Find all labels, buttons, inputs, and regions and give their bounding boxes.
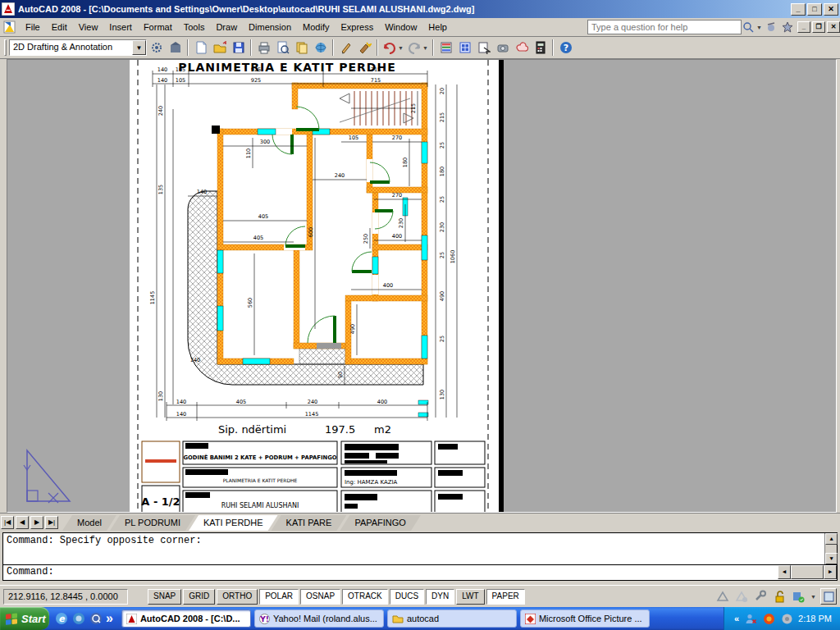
status-menu-caret-icon[interactable]: ▼ <box>810 594 816 600</box>
annotation-visibility-icon[interactable] <box>734 589 749 604</box>
osnap-toggle[interactable]: OSNAP <box>300 589 340 605</box>
mdi-restore-button[interactable]: ❐ <box>812 21 825 33</box>
tab-kati-perdhe[interactable]: KATI PERDHE <box>189 515 278 531</box>
3ddwf-button[interactable] <box>311 39 330 57</box>
toolbar-unlock-icon[interactable] <box>772 589 787 604</box>
scroll-down-icon[interactable]: ▼ <box>825 553 838 564</box>
tab-papafingo[interactable]: PAPAFINGO <box>340 515 421 531</box>
svg-text:110: 110 <box>245 148 252 158</box>
mdi-minimize-button[interactable]: _ <box>797 21 810 33</box>
pencil-button[interactable] <box>336 39 355 57</box>
workspace-value: 2D Drafting & Annotation <box>10 40 132 55</box>
revision-cloud-button[interactable] <box>512 39 531 57</box>
polar-toggle[interactable]: POLAR <box>259 589 299 605</box>
workspace-settings-button[interactable] <box>147 39 166 57</box>
tab-next-icon[interactable]: ▶ <box>30 516 43 529</box>
tool-palettes-button[interactable] <box>455 39 474 57</box>
help-button[interactable]: ? <box>556 39 575 57</box>
autocad-app-icon <box>2 2 15 16</box>
publish-button[interactable] <box>292 39 311 57</box>
messenger-offline-icon[interactable] <box>744 612 757 625</box>
drawing-canvas[interactable]: PLANIMETRIA E KATIT PERDHE <box>7 59 837 513</box>
search-icon[interactable]: ▼ <box>742 18 763 36</box>
ortho-toggle[interactable]: ORTHO <box>217 589 258 605</box>
redo-button[interactable]: ▼ <box>405 39 430 57</box>
menu-dimension[interactable]: Dimension <box>243 20 297 34</box>
tab-model[interactable]: Model <box>62 515 116 531</box>
quick-launch-overflow-icon[interactable]: » <box>106 611 113 626</box>
tab-prev-icon[interactable]: ◀ <box>16 516 29 529</box>
match-properties-button[interactable] <box>355 39 374 57</box>
chevron-down-icon[interactable]: ▼ <box>132 40 146 55</box>
svg-text:925: 925 <box>251 77 261 84</box>
menu-express[interactable]: Express <box>335 20 379 34</box>
taskbar-task-autocad-folder[interactable]: autocad <box>387 609 517 628</box>
porch-hatch <box>299 349 345 364</box>
menu-format[interactable]: Format <box>138 20 178 34</box>
grid-toggle[interactable]: GRID <box>183 589 215 605</box>
wrench-icon[interactable] <box>753 589 768 604</box>
sheet-set-manager-button[interactable] <box>436 39 455 57</box>
scroll-thumb[interactable] <box>791 565 824 579</box>
paper-toggle[interactable]: PAPER <box>486 589 525 605</box>
plot-button[interactable] <box>254 39 273 57</box>
lwt-toggle[interactable]: LWT <box>456 589 484 605</box>
menu-modify[interactable]: Modify <box>297 20 335 34</box>
volume-icon[interactable] <box>780 612 793 625</box>
mdi-close-button[interactable]: ✕ <box>827 21 840 33</box>
window-lock-button[interactable] <box>166 39 185 57</box>
menu-help[interactable]: Help <box>422 20 453 34</box>
tab-first-icon[interactable]: |◀ <box>1 516 14 529</box>
communication-center-icon[interactable] <box>763 18 779 36</box>
scroll-right-icon[interactable]: ▶ <box>824 565 837 579</box>
internet-explorer-icon[interactable]: e <box>54 611 69 626</box>
save-button[interactable] <box>229 39 248 57</box>
qnew-button[interactable] <box>191 39 210 57</box>
menu-file[interactable]: File <box>20 20 46 34</box>
tab-kati-pare[interactable]: KATI PARE <box>272 515 347 531</box>
open-button[interactable] <box>210 39 229 57</box>
menu-tools[interactable]: Tools <box>178 20 211 34</box>
menu-draw[interactable]: Draw <box>210 20 243 34</box>
menu-edit[interactable]: Edit <box>46 20 73 34</box>
command-hscrollbar[interactable]: ◀ ▶ <box>778 565 837 579</box>
dyn-toggle[interactable]: DYN <box>426 589 454 605</box>
quicktime-icon[interactable] <box>89 611 103 626</box>
undo-button[interactable]: ▼ <box>381 39 405 57</box>
minimize-button[interactable]: _ <box>791 3 806 16</box>
menu-view[interactable]: View <box>73 20 104 34</box>
quickcalc-button[interactable] <box>531 39 550 57</box>
maximize-button[interactable]: □ <box>807 3 822 16</box>
clean-screen-button[interactable] <box>820 588 837 605</box>
launch-browser-icon[interactable] <box>71 611 86 626</box>
otrack-toggle[interactable]: OTRACK <box>342 589 388 605</box>
markup-set-button[interactable] <box>493 39 512 57</box>
workspace-combo[interactable]: 2D Drafting & Annotation ▼ <box>9 39 147 56</box>
favorites-star-icon[interactable] <box>779 18 796 36</box>
media-agent-icon[interactable] <box>762 612 775 625</box>
menu-insert[interactable]: Insert <box>103 20 138 34</box>
plot-preview-button[interactable] <box>273 39 292 57</box>
command-vscrollbar[interactable]: ▲ ▼ <box>824 533 837 564</box>
taskbar-task-autocad[interactable]: AutoCAD 2008 - [C:\D... <box>121 609 251 628</box>
command-input[interactable]: Command: ◀ ▶ <box>2 565 838 581</box>
collapse-chevron-icon[interactable]: « <box>734 614 739 623</box>
snap-toggle[interactable]: SNAP <box>148 589 181 605</box>
start-button[interactable]: Start <box>0 607 49 630</box>
taskbar-task-yahoo-mail[interactable]: Y! Yahoo! Mail (roland.alus... <box>254 609 384 628</box>
help-question-input[interactable] <box>587 20 742 34</box>
close-button[interactable]: ✕ <box>824 3 838 16</box>
toolbar-grip[interactable] <box>4 39 7 56</box>
annotation-autoscale-icon[interactable] <box>791 589 806 604</box>
properties-button[interactable] <box>474 39 493 57</box>
taskbar-task-office-picture[interactable]: Microsoft Office Picture ... <box>520 609 650 628</box>
scroll-up-icon[interactable]: ▲ <box>825 533 838 545</box>
scroll-left-icon[interactable]: ◀ <box>778 565 791 579</box>
menu-window[interactable]: Window <box>379 20 422 34</box>
ducs-toggle[interactable]: DUCS <box>390 589 424 605</box>
tab-pl-podrumi[interactable]: PL PODRUMI <box>110 515 195 531</box>
tab-last-icon[interactable]: ▶| <box>45 516 58 529</box>
svg-text:405: 405 <box>258 213 268 220</box>
command-history[interactable]: Command: Specify opposite corner: ▲ ▼ <box>2 532 838 565</box>
annotation-scale-icon[interactable] <box>715 589 730 604</box>
